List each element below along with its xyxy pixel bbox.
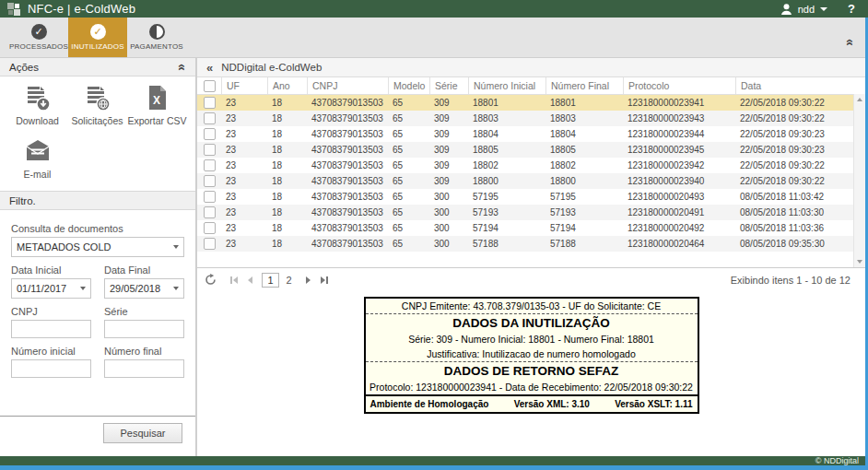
table-cell: 18	[267, 129, 307, 139]
first-page-button[interactable]	[229, 276, 240, 284]
table-cell: 65	[388, 98, 429, 108]
refresh-button[interactable]	[205, 274, 217, 286]
grid-title: NDDigital e-ColdWeb	[221, 62, 322, 73]
table-row[interactable]: 2318437083790135036530918804188041231800…	[197, 126, 865, 142]
collapse-sidebar-icon[interactable]: «	[206, 61, 213, 75]
row-checkbox[interactable]	[204, 175, 216, 187]
column-header-5[interactable]: Número Inicial	[468, 77, 545, 94]
table-cell: 18802	[545, 160, 623, 170]
table-cell: 300	[429, 239, 468, 249]
table-cell: 309	[429, 129, 468, 139]
pagination-bar: 12 Exibindo itens 1 - 10 de 12	[197, 267, 865, 291]
table-row[interactable]: 2318437083790135036530918803188031231800…	[197, 111, 865, 126]
table-cell: 18	[267, 160, 307, 170]
table-cell: 18803	[468, 113, 545, 123]
column-header-6[interactable]: Número Final	[545, 77, 623, 94]
export-csv-icon: X	[144, 84, 171, 112]
table-cell: 18	[267, 192, 307, 202]
row-checkbox-cell	[197, 144, 221, 156]
data-final-picker[interactable]: 29/05/2018	[104, 278, 184, 299]
tab-processados[interactable]: ✓ PROCESSADOS	[9, 18, 68, 57]
column-header-1[interactable]: Ano	[267, 77, 307, 94]
solicitacoes-button[interactable]: Solicitações	[67, 84, 127, 126]
detail-serie-line: Série: 309 - Numero Inicial: 18801 - Num…	[366, 332, 698, 347]
data-final-label: Data Final	[104, 264, 184, 276]
chevron-down-icon	[80, 287, 86, 290]
table-row[interactable]: 2318437083790135036530918801188011231800…	[197, 95, 865, 111]
row-checkbox[interactable]	[204, 222, 216, 234]
table-cell: 309	[429, 176, 468, 186]
collapse-actions-icon[interactable]: «	[178, 64, 187, 71]
row-checkbox[interactable]	[204, 97, 216, 109]
row-checkbox-cell	[197, 238, 221, 250]
next-page-button[interactable]	[304, 276, 312, 284]
table-cell: 309	[429, 113, 468, 123]
prev-page-button[interactable]	[246, 276, 254, 284]
scroll-up-icon[interactable]	[854, 94, 865, 105]
row-checkbox[interactable]	[204, 144, 216, 156]
table-row[interactable]: 2318437083790135036530057188571881231800…	[197, 236, 865, 252]
tab-pagamentos[interactable]: PAGAMENTOS	[127, 18, 186, 57]
row-checkbox[interactable]	[204, 191, 216, 203]
row-checkbox-cell	[197, 222, 221, 234]
last-page-button[interactable]	[319, 276, 330, 284]
table-row[interactable]: 2318437083790135036530918805188051231800…	[197, 142, 865, 158]
table-cell: 22/05/2018 09:30:23	[735, 145, 865, 155]
table-row[interactable]: 2318437083790135036530057194571941231800…	[197, 220, 865, 236]
table-row[interactable]: 2318437083790135036530918800188001231800…	[197, 173, 865, 189]
row-checkbox[interactable]	[204, 112, 216, 124]
user-caret-icon[interactable]	[820, 7, 827, 11]
vertical-scrollbar[interactable]	[853, 94, 865, 267]
row-checkbox-cell	[197, 112, 221, 124]
table-cell: 65	[388, 129, 429, 139]
table-cell: 309	[429, 98, 468, 108]
table-cell: 23	[221, 145, 267, 155]
row-checkbox[interactable]	[204, 206, 216, 218]
select-all-checkbox[interactable]	[204, 80, 216, 92]
table-cell: 123180000020492	[623, 223, 735, 233]
page-button-2[interactable]: 2	[281, 274, 297, 287]
table-cell: 43708379013503	[307, 160, 388, 170]
data-inicial-picker[interactable]: 01/11/2017	[11, 278, 91, 299]
detail-section1-title: DADOS DA INUTILIZAÇÃO	[366, 313, 698, 332]
email-button[interactable]: E-mail	[7, 137, 67, 180]
row-checkbox[interactable]	[204, 159, 216, 171]
column-header-7[interactable]: Protocolo	[623, 77, 735, 94]
table-cell: 08/05/2018 11:03:42	[735, 192, 865, 202]
table-row[interactable]: 2318437083790135036530057193571931231800…	[197, 205, 865, 220]
table-cell: 65	[388, 207, 429, 217]
page-list: 12	[261, 273, 298, 288]
table-cell: 123180000020493	[623, 192, 735, 202]
table-row[interactable]: 2318437083790135036530918802188021231800…	[197, 158, 865, 173]
collapse-toolbar-icon[interactable]: «	[846, 39, 855, 46]
table-cell: 18801	[468, 98, 545, 108]
pagination-status: Exibindo itens 1 - 10 de 12	[731, 275, 858, 286]
user-menu[interactable]: ndd	[798, 4, 815, 15]
data-inicial-label: Data Inicial	[11, 264, 91, 276]
column-header-4[interactable]: Série	[429, 77, 468, 94]
cnpj-input[interactable]	[11, 320, 91, 338]
exportar-csv-button[interactable]: X Exportar CSV	[127, 84, 187, 126]
download-button[interactable]: Download	[7, 84, 67, 126]
numero-final-input[interactable]	[104, 359, 184, 378]
consulta-documentos-select[interactable]: METADADOS COLD	[11, 237, 184, 257]
help-button[interactable]: ?	[848, 2, 855, 16]
column-header-8[interactable]: Data	[735, 77, 865, 94]
row-checkbox[interactable]	[204, 238, 216, 250]
inutilizacao-detail-box: CNPJ Emitente: 43.708.379/0135-03 - UF d…	[364, 297, 699, 414]
row-checkbox[interactable]	[204, 128, 216, 140]
filter-panel-header: Filtro.	[0, 191, 195, 210]
table-row[interactable]: 2318437083790135036530057195571951231800…	[197, 189, 865, 205]
tab-inutilizados[interactable]: ✓ INUTILIZADOS	[68, 18, 127, 57]
serie-input[interactable]	[104, 320, 184, 338]
scroll-down-icon[interactable]	[854, 256, 865, 267]
check-circle-icon: ✓	[90, 24, 106, 40]
column-header-0[interactable]: UF	[221, 77, 267, 94]
detail-section2-title: DADOS DE RETORNO SEFAZ	[366, 361, 698, 380]
column-header-3[interactable]: Modelo	[388, 77, 429, 94]
page-button-1[interactable]: 1	[262, 273, 279, 288]
table-cell: 65	[388, 239, 429, 249]
column-header-2[interactable]: CNPJ	[307, 77, 388, 94]
numero-inicial-input[interactable]	[11, 359, 91, 378]
pesquisar-button[interactable]: Pesquisar	[103, 423, 182, 443]
